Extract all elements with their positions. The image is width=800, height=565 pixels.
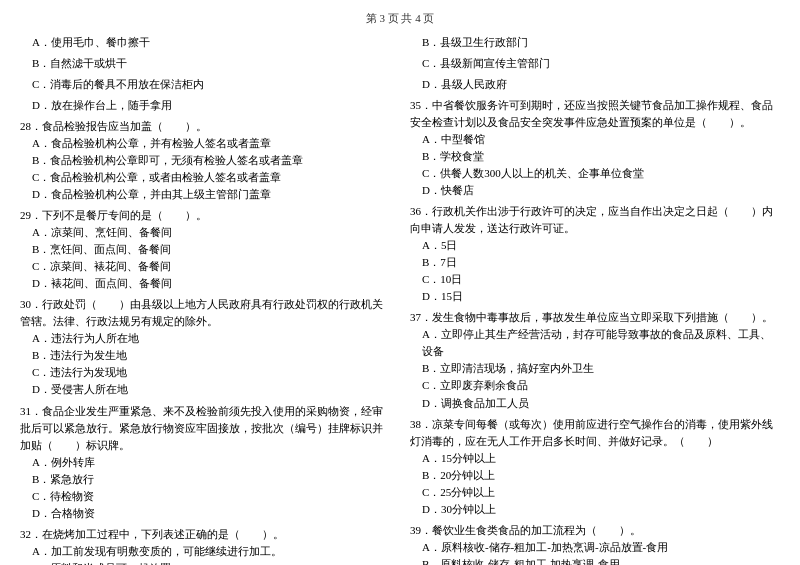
question-34d-text: D．县级人民政府 <box>410 76 780 93</box>
question-30-text: 30．行政处罚（ ）由县级以上地方人民政府具有行政处罚权的行政机关管辖。法律、行… <box>20 296 390 330</box>
question-37-c: C．立即废弃剩余食品 <box>410 377 780 394</box>
question-37-text: 37．发生食物中毒事故后，事故发生单位应当立即采取下列措施（ ）。 <box>410 309 780 326</box>
question-34-c: C．县级新闻宣传主管部门 <box>410 55 780 72</box>
question-35-a: A．中型餐馆 <box>410 131 780 148</box>
question-28-c: C．食品检验机构公章，或者由检验人签名或者盖章 <box>20 169 390 186</box>
question-31-text: 31．食品企业发生严重紧急、来不及检验前须先投入使用的采购物资，经审批后可以紧急… <box>20 403 390 454</box>
question-38-d: D．30分钟以上 <box>410 501 780 518</box>
question-34-b: B．县级卫生行政部门 <box>410 34 780 51</box>
question-block-d: D．放在操作台上，随手拿用 <box>20 97 390 114</box>
question-38-b: B．20分钟以上 <box>410 467 780 484</box>
question-30-a: A．违法行为人所在地 <box>20 330 390 347</box>
question-37-d: D．调换食品加工人员 <box>410 395 780 412</box>
content: A．使用毛巾、餐巾擦干 B．自然滤干或烘干 C．消毒后的餐具不用放在保洁柜内 D… <box>20 34 780 565</box>
question-31-b: B．紧急放行 <box>20 471 390 488</box>
question-28-b: B．食品检验机构公章即可，无须有检验人签名或者盖章 <box>20 152 390 169</box>
question-32: 32．在烧烤加工过程中，下列表述正确的是（ ）。 A．加工前发现有明敷变质的，可… <box>20 526 390 565</box>
question-28-d: D．食品检验机构公章，并由其上级主管部门盖章 <box>20 186 390 203</box>
question-32-a: A．加工前发现有明敷变质的，可能继续进行加工。 <box>20 543 390 560</box>
question-35-d: D．快餐店 <box>410 182 780 199</box>
question-text: C．消毒后的餐具不用放在保洁柜内 <box>20 76 390 93</box>
question-30-c: C．违法行为发现地 <box>20 364 390 381</box>
question-37-b: B．立即清洁现场，搞好室内外卫生 <box>410 360 780 377</box>
question-38-c: C．25分钟以上 <box>410 484 780 501</box>
question-block-a: A．使用毛巾、餐巾擦干 <box>20 34 390 51</box>
question-34c-text: C．县级新闻宣传主管部门 <box>410 55 780 72</box>
question-34b-text: B．县级卫生行政部门 <box>410 34 780 51</box>
question-36-c: C．10日 <box>410 271 780 288</box>
right-column: B．县级卫生行政部门 C．县级新闻宣传主管部门 D．县级人民政府 35．中省餐饮… <box>410 34 780 565</box>
question-38-a: A．15分钟以上 <box>410 450 780 467</box>
question-36: 36．行政机关作出涉于行政许可的决定，应当自作出决定之日起（ ）内向申请人发发，… <box>410 203 780 305</box>
question-36-b: B．7日 <box>410 254 780 271</box>
question-35-c: C．供餐人数300人以上的机关、企事单位食堂 <box>410 165 780 182</box>
question-36-text: 36．行政机关作出涉于行政许可的决定，应当自作出决定之日起（ ）内向申请人发发，… <box>410 203 780 237</box>
question-37-a: A．立即停止其生产经营活动，封存可能导致事故的食品及原料、工具、设备 <box>410 326 780 360</box>
question-29-text: 29．下列不是餐厅专间的是（ ）。 <box>20 207 390 224</box>
question-38: 38．凉菜专间每餐（或每次）使用前应进行空气操作台的消毒，使用紫外线灯消毒的，应… <box>410 416 780 518</box>
question-30: 30．行政处罚（ ）由县级以上地方人民政府具有行政处罚权的行政机关管辖。法律、行… <box>20 296 390 398</box>
question-34-d: D．县级人民政府 <box>410 76 780 93</box>
question-31-d: D．合格物资 <box>20 505 390 522</box>
question-text: A．使用毛巾、餐巾擦干 <box>20 34 390 51</box>
question-28-a: A．食品检验机构公章，并有检验人签名或者盖章 <box>20 135 390 152</box>
question-29-d: D．裱花间、面点间、备餐间 <box>20 275 390 292</box>
page-header: 第 3 页 共 4 页 <box>20 10 780 28</box>
question-29: 29．下列不是餐厅专间的是（ ）。 A．凉菜间、烹饪间、备餐间 B．烹饪间、面点… <box>20 207 390 292</box>
question-39-b: B．原料核收-储存-粗加工-加热烹调-食用 <box>410 556 780 565</box>
question-block-b: B．自然滤干或烘干 <box>20 55 390 72</box>
question-39: 39．餐饮业生食类食品的加工流程为（ ）。 A．原料核收-储存-粗加工-加热烹调… <box>410 522 780 565</box>
question-36-d: D．15日 <box>410 288 780 305</box>
question-35-text: 35．中省餐饮服务许可到期时，还应当按照关键节食品加工操作规程、食品安全检查计划… <box>410 97 780 131</box>
question-30-b: B．违法行为发生地 <box>20 347 390 364</box>
question-35-b: B．学校食堂 <box>410 148 780 165</box>
question-31-c: C．待检物资 <box>20 488 390 505</box>
question-29-b: B．烹饪间、面点间、备餐间 <box>20 241 390 258</box>
question-32-b: B．原料和半成品可一起放置。 <box>20 560 390 565</box>
question-38-text: 38．凉菜专间每餐（或每次）使用前应进行空气操作台的消毒，使用紫外线灯消毒的，应… <box>410 416 780 450</box>
question-28: 28．食品检验报告应当加盖（ ）。 A．食品检验机构公章，并有检验人签名或者盖章… <box>20 118 390 203</box>
question-28-text: 28．食品检验报告应当加盖（ ）。 <box>20 118 390 135</box>
question-32-text: 32．在烧烤加工过程中，下列表述正确的是（ ）。 <box>20 526 390 543</box>
question-35: 35．中省餐饮服务许可到期时，还应当按照关键节食品加工操作规程、食品安全检查计划… <box>410 97 780 199</box>
question-29-a: A．凉菜间、烹饪间、备餐间 <box>20 224 390 241</box>
question-text: B．自然滤干或烘干 <box>20 55 390 72</box>
question-39-a: A．原料核收-储存-粗加工-加热烹调-凉品放置-食用 <box>410 539 780 556</box>
question-30-d: D．受侵害人所在地 <box>20 381 390 398</box>
question-block-c: C．消毒后的餐具不用放在保洁柜内 <box>20 76 390 93</box>
question-31-a: A．例外转库 <box>20 454 390 471</box>
question-29-c: C．凉菜间、裱花间、备餐间 <box>20 258 390 275</box>
question-37: 37．发生食物中毒事故后，事故发生单位应当立即采取下列措施（ ）。 A．立即停止… <box>410 309 780 411</box>
question-39-text: 39．餐饮业生食类食品的加工流程为（ ）。 <box>410 522 780 539</box>
question-36-a: A．5日 <box>410 237 780 254</box>
question-text: D．放在操作台上，随手拿用 <box>20 97 390 114</box>
left-column: A．使用毛巾、餐巾擦干 B．自然滤干或烘干 C．消毒后的餐具不用放在保洁柜内 D… <box>20 34 390 565</box>
question-31: 31．食品企业发生严重紧急、来不及检验前须先投入使用的采购物资，经审批后可以紧急… <box>20 403 390 522</box>
